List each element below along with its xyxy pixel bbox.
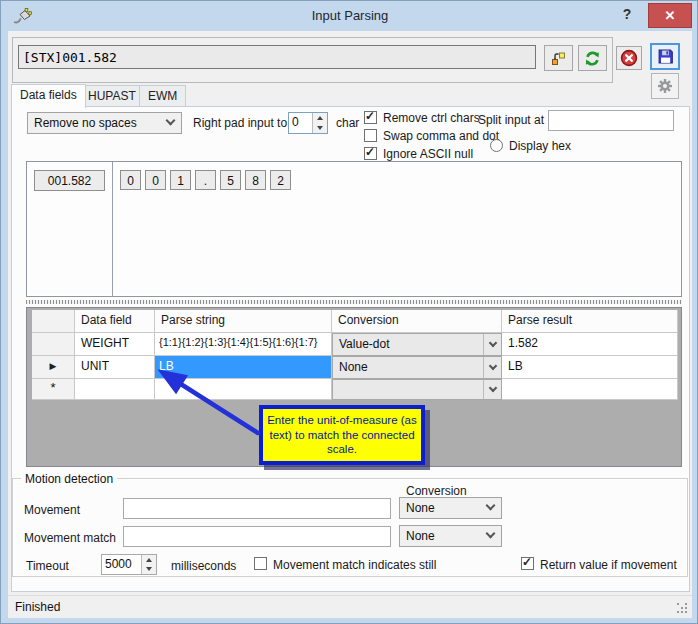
movement-match-conversion-dropdown[interactable]: None: [399, 525, 502, 547]
transfer-icon: [550, 50, 567, 67]
cell-parse-result[interactable]: LB: [502, 356, 678, 379]
char-button-0[interactable]: 0: [120, 170, 141, 190]
motion-detection-title: Motion detection: [21, 472, 117, 486]
motion-conversion-label: Conversion: [406, 484, 467, 498]
tab-hupast[interactable]: HUPAST: [79, 85, 145, 107]
timeout-stepper[interactable]: 5000: [101, 554, 157, 575]
save-button[interactable]: [650, 43, 680, 70]
chevron-down-icon: [486, 529, 496, 539]
check-icon: ✓: [365, 109, 375, 123]
stepper-down-icon[interactable]: [313, 123, 327, 133]
char-button-3[interactable]: .: [195, 170, 216, 190]
refresh-button[interactable]: [578, 45, 607, 71]
right-pad-label: Right pad input to: [193, 116, 287, 130]
char-button-1[interactable]: 0: [145, 170, 166, 190]
chevron-down-icon: [166, 116, 176, 126]
row-header[interactable]: [32, 333, 75, 356]
return-value-label: Return value if movement: [540, 558, 677, 572]
milliseconds-label: milliseconds: [171, 559, 236, 573]
raw-input-field[interactable]: [18, 45, 536, 69]
movement-match-field[interactable]: [123, 526, 391, 547]
tab-ewm[interactable]: EWM: [139, 85, 186, 107]
title-bar[interactable]: Input Parsing ? ✕: [1, 1, 698, 31]
cell-data-field[interactable]: UNIT: [75, 356, 155, 379]
column-header-conversion[interactable]: Conversion: [332, 310, 502, 333]
unit-tooltip: Enter the unit-of-measure (as text) to m…: [259, 405, 425, 465]
stop-icon: [620, 49, 638, 67]
cell-data-field[interactable]: [75, 379, 155, 400]
display-hex-label: Display hex: [509, 139, 571, 153]
cell-conversion-dropdown[interactable]: Value-dot: [332, 333, 502, 356]
movement-still-label: Movement match indicates still: [273, 558, 436, 572]
cell-parse-string-selected[interactable]: LB: [155, 356, 332, 379]
tab-data-fields[interactable]: Data fields: [11, 84, 86, 108]
refresh-icon: [584, 50, 601, 67]
parse-preview-panel: 001.582 0 0 1 . 5 8 2: [26, 161, 682, 297]
stop-button[interactable]: [616, 46, 642, 70]
status-bar: Finished: [8, 595, 692, 618]
resize-grip-icon[interactable]: [677, 603, 688, 614]
char-label: char: [336, 116, 359, 130]
char-button-4[interactable]: 5: [220, 170, 241, 190]
cell-data-field[interactable]: WEIGHT: [75, 333, 155, 356]
status-text: Finished: [15, 600, 60, 614]
column-header-data-field[interactable]: Data field: [75, 310, 155, 333]
gear-icon: [657, 78, 673, 94]
cell-parse-string[interactable]: [155, 379, 332, 400]
stepper-down-icon[interactable]: [142, 565, 156, 575]
char-button-2[interactable]: 1: [170, 170, 191, 190]
stepper-up-icon[interactable]: [313, 113, 327, 123]
split-input-label: Split input at: [478, 113, 544, 127]
timeout-label: Timeout: [26, 559, 69, 573]
input-parsing-window: Input Parsing ? ✕: [0, 0, 698, 624]
display-hex-radio[interactable]: [490, 139, 503, 152]
cell-parse-string[interactable]: {1:1}{1:2}{1:3}{1:4}{1:5}{1:6}{1:7}: [155, 333, 332, 356]
movement-conversion-dropdown[interactable]: None: [399, 497, 502, 519]
movement-label: Movement: [24, 503, 80, 517]
ignore-ascii-null-checkbox[interactable]: ✓: [364, 147, 377, 160]
movement-match-label: Movement match: [24, 531, 116, 545]
close-button[interactable]: ✕: [648, 3, 692, 28]
column-header-parse-result[interactable]: Parse result: [502, 310, 678, 333]
current-row-indicator[interactable]: ▶: [32, 356, 75, 379]
chevron-down-icon: [486, 501, 496, 511]
swap-comma-dot-checkbox[interactable]: ✓: [364, 129, 377, 142]
new-row-indicator[interactable]: *: [32, 379, 75, 400]
movement-still-checkbox[interactable]: ✓: [254, 557, 267, 570]
swap-comma-dot-label: Swap comma and dot: [383, 129, 499, 143]
cell-conversion-dropdown[interactable]: None: [332, 356, 502, 379]
timeout-value: 5000: [102, 555, 141, 574]
remove-ctrl-chars-checkbox[interactable]: ✓: [364, 111, 377, 124]
splitter-handle[interactable]: [26, 300, 682, 304]
column-header-parse-string[interactable]: Parse string: [155, 310, 332, 333]
save-icon: [657, 48, 674, 65]
right-pad-stepper[interactable]: 0: [288, 112, 328, 134]
column-header-selector[interactable]: [32, 310, 75, 333]
stepper-up-icon[interactable]: [142, 555, 156, 565]
cell-parse-result[interactable]: [502, 379, 678, 400]
spaces-dropdown[interactable]: Remove no spaces: [27, 112, 182, 134]
cell-parse-result[interactable]: 1.582: [502, 333, 678, 356]
full-value-button[interactable]: 001.582: [34, 170, 105, 191]
cell-conversion-dropdown[interactable]: [332, 379, 502, 400]
movement-field[interactable]: [123, 498, 391, 519]
ignore-ascii-null-label: Ignore ASCII null: [383, 147, 473, 161]
window-title: Input Parsing: [1, 8, 698, 23]
preview-divider: [112, 162, 113, 296]
return-value-checkbox[interactable]: ✓: [521, 557, 534, 570]
remove-ctrl-chars-label: Remove ctrl chars: [383, 111, 480, 125]
char-button-5[interactable]: 8: [245, 170, 266, 190]
right-pad-value: 0: [289, 113, 312, 133]
help-button[interactable]: ?: [617, 6, 637, 26]
split-input-field[interactable]: [548, 110, 674, 131]
spaces-dropdown-value: Remove no spaces: [34, 116, 137, 130]
char-button-6[interactable]: 2: [270, 170, 291, 190]
parse-transfer-button[interactable]: [544, 45, 573, 71]
settings-button[interactable]: [651, 73, 679, 99]
